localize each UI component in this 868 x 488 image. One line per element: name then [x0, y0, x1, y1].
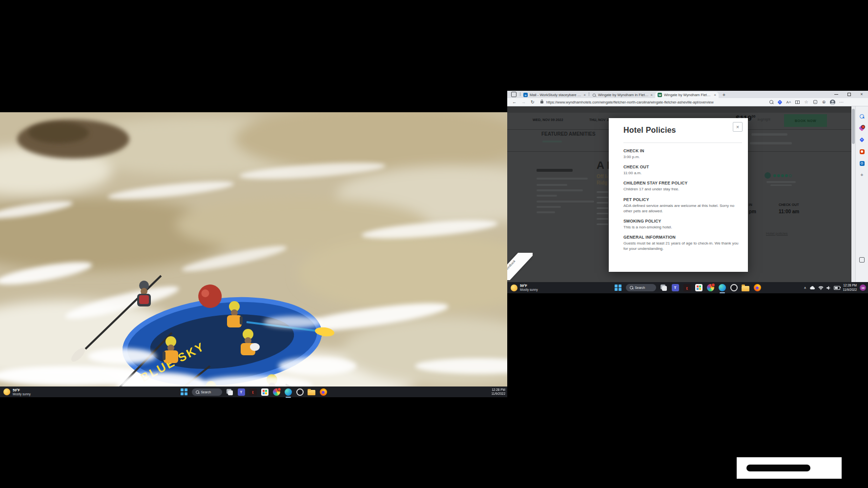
notification-count-badge[interactable]: 10 — [860, 285, 866, 291]
task-view-button[interactable] — [226, 388, 234, 396]
browser-essentials-icon[interactable]: ⊕ — [820, 99, 828, 105]
start-button[interactable] — [180, 388, 188, 396]
tripadvisor-owl-icon — [765, 172, 771, 179]
sidebar-shopping-icon[interactable] — [859, 137, 865, 143]
start-button[interactable] — [614, 284, 622, 292]
rating-dot — [785, 174, 788, 177]
collections-icon[interactable]: + — [811, 99, 820, 105]
hotel-policies-link[interactable]: Hotel policies — [766, 231, 788, 236]
app-icon-red[interactable]: t — [683, 284, 691, 292]
text-placeholder — [537, 169, 573, 172]
close-tab-icon[interactable]: × — [650, 93, 653, 97]
text-placeholder — [597, 202, 608, 203]
file-explorer-icon[interactable] — [742, 284, 750, 292]
microsoft-store-icon[interactable] — [261, 388, 269, 396]
favorites-icon[interactable]: ☆ — [802, 99, 811, 105]
lock-icon[interactable] — [540, 101, 543, 103]
search-label: Search — [201, 390, 211, 394]
volume-icon[interactable] — [827, 286, 831, 290]
divider — [623, 142, 742, 143]
firefox-icon[interactable] — [319, 388, 328, 396]
sidebar-search-icon[interactable] — [859, 113, 865, 120]
restore-button[interactable] — [843, 91, 855, 98]
edge-icon[interactable] — [718, 284, 726, 292]
edge-icon[interactable] — [284, 388, 292, 396]
policy-section: CHECK OUT 11:00 a.m. — [623, 164, 740, 176]
search-icon — [196, 390, 199, 394]
close-tab-icon[interactable]: × — [583, 93, 586, 97]
app-icon-dark[interactable] — [296, 388, 304, 396]
outlook-sidebar-icon[interactable] — [859, 160, 865, 166]
file-explorer-icon[interactable] — [308, 388, 316, 396]
page-scrollbar[interactable] — [851, 106, 855, 282]
left-taskbar-clock-area[interactable]: 12:28 PM 11/9/2022 — [492, 386, 505, 397]
feedback-label[interactable]: Feedback — [507, 253, 533, 280]
weather-widget[interactable]: 59°F Mostly sunny — [511, 282, 538, 293]
address-bar[interactable]: https://www.wyndhamhotels.com/wingate/fl… — [546, 100, 767, 104]
battery-icon[interactable] — [834, 286, 840, 290]
taskbar-search[interactable]: Search — [626, 284, 656, 291]
dialog-close-button[interactable]: × — [733, 122, 743, 132]
left-taskbar: 59°F Mostly sunny Search T t 12:28 PM 11… — [0, 386, 507, 397]
wallpaper-photo: BLUE SKY — [0, 112, 507, 386]
refresh-button[interactable]: ↻ — [531, 100, 535, 104]
book-now-button[interactable]: BOOK NOW — [784, 114, 827, 127]
search-label: Search — [635, 286, 645, 289]
minimize-button[interactable] — [830, 91, 843, 98]
text-placeholder — [537, 178, 588, 180]
amenities-link-placeholder[interactable] — [542, 141, 562, 142]
back-button[interactable]: ← — [512, 100, 517, 104]
teams-icon[interactable]: T — [237, 388, 246, 396]
clock[interactable]: 12:28 PM 11/9/2022 — [843, 284, 857, 292]
forward-button: → — [521, 100, 526, 104]
taskbar-search[interactable]: Search — [192, 388, 222, 396]
sidebar-settings-icon[interactable] — [859, 257, 865, 263]
notification-dot — [711, 283, 715, 287]
teams-icon[interactable]: T — [671, 284, 680, 292]
text-placeholder — [597, 197, 608, 198]
workspaces-icon[interactable] — [511, 92, 517, 97]
tab-wyndham-active[interactable]: W Wingate by Wyndham Fletche × — [655, 92, 719, 98]
firefox-icon[interactable] — [753, 284, 762, 292]
app-icon-red[interactable]: t — [249, 388, 257, 396]
rating-dot — [773, 174, 776, 177]
weather-temp: 59°F — [520, 284, 538, 288]
app-icon-colorful[interactable] — [272, 388, 281, 396]
wifi-icon[interactable] — [818, 286, 824, 290]
policy-section: PET POLICY ADA defined service animals a… — [623, 197, 740, 214]
traveler-rating-placeholder — [766, 181, 796, 183]
close-window-button[interactable]: × — [855, 91, 868, 98]
windows-logo-icon — [615, 285, 621, 291]
windows-logo-icon — [181, 388, 187, 395]
weather-widget[interactable]: 59°F Mostly sunny — [3, 386, 31, 397]
task-view-button[interactable] — [660, 284, 668, 292]
new-tab-button[interactable]: + — [723, 92, 725, 98]
microsoft-store-icon[interactable] — [695, 284, 703, 292]
site-header-dimmed — [507, 106, 851, 113]
hotel-policies-dialog: Hotel Policies × CHECK IN 3:00 p.m. CHEC… — [609, 118, 748, 272]
rating-dot — [781, 174, 784, 177]
profile-avatar[interactable] — [828, 99, 837, 105]
read-aloud-icon[interactable]: A˄ — [785, 99, 793, 105]
tab-search[interactable]: Wingate by Wyndham in Fletch × — [590, 92, 655, 98]
app-icon-dark[interactable] — [730, 284, 738, 292]
onedrive-cloud-icon[interactable] — [809, 286, 815, 290]
checkin-date-field[interactable]: WED, NOV 09 2022 — [533, 118, 563, 122]
tab-mail[interactable]: o Mail - WorkStudy staceybare - O × — [521, 92, 588, 98]
tray-chevron-icon[interactable]: ∧ — [804, 286, 806, 290]
split-screen-icon[interactable] — [793, 99, 802, 105]
feedback-tab[interactable]: Feedback — [507, 253, 533, 280]
sidebar-search-icon[interactable] — [767, 99, 776, 105]
close-tab-icon[interactable]: × — [714, 93, 716, 97]
app-icon-colorful[interactable] — [706, 284, 715, 292]
copilot-icon[interactable] — [859, 125, 865, 131]
browser-toolbar: ← → ↻ https://www.wyndhamhotels.com/wing… — [507, 98, 868, 106]
clock[interactable]: 12:28 PM 11/9/2022 — [492, 388, 505, 396]
office-icon[interactable] — [859, 148, 865, 155]
sidebar-add-icon[interactable]: + — [859, 172, 865, 178]
dialog-body: CHECK IN 3:00 p.m. CHECK OUT 11:00 a.m. … — [623, 148, 740, 257]
shopping-icon[interactable] — [776, 99, 785, 105]
article-subhead-1: Off I- — [597, 174, 608, 179]
settings-menu-icon[interactable]: ··· — [837, 99, 846, 105]
scrollbar-thumb[interactable] — [852, 109, 855, 144]
